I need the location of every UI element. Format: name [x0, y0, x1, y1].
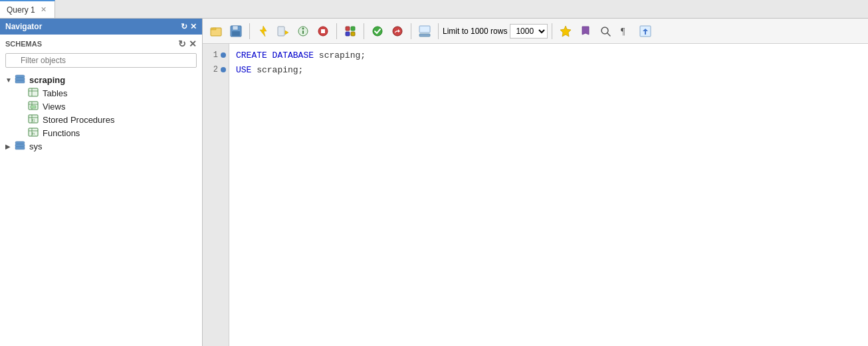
reconnect-btn[interactable] [341, 22, 360, 41]
tab-bar: Query 1 ✕ [0, 0, 868, 19]
svg-line-43 [607, 33, 610, 36]
navigator-refresh-icon[interactable]: ↻ [181, 22, 187, 31]
query1-tab-label: Query 1 [7, 5, 35, 15]
scraping-toggle: ▼ [5, 76, 15, 84]
svg-rect-35 [346, 32, 350, 36]
navigator-header-icons: ↻ ✕ [181, 22, 197, 31]
functions-icon: fn [28, 128, 40, 138]
svg-marker-41 [560, 26, 571, 37]
schemas-collapse-icon[interactable]: ✕ [189, 39, 197, 49]
find-replace-btn[interactable] [596, 22, 615, 41]
tree-item-tables[interactable]: Tables [0, 86, 202, 100]
execute-btn[interactable] [254, 22, 272, 41]
line-number-2: 2 [203, 62, 229, 77]
sys-db-icon [15, 141, 27, 151]
svg-text:f(): f() [32, 118, 35, 122]
execute-selection-btn[interactable] [274, 22, 292, 41]
navigator-configure-icon[interactable]: ✕ [190, 22, 197, 31]
code-kw-use: USE [236, 65, 251, 75]
functions-label: Functions [43, 128, 80, 138]
sep1 [249, 23, 250, 39]
limit-select-input[interactable]: 1000 500 200 100 [510, 24, 548, 39]
sep4 [411, 23, 411, 39]
tree-item-views[interactable]: Views [0, 100, 202, 113]
tables-label: Tables [43, 88, 68, 98]
code-plain-1: scraping; [314, 50, 366, 60]
svg-rect-19 [15, 144, 25, 147]
code-line-2: USE scraping; [236, 62, 861, 77]
svg-rect-24 [232, 31, 240, 36]
sep5 [438, 23, 439, 39]
explain-btn[interactable] [294, 22, 312, 41]
sys-toggle: ▶ [5, 143, 15, 150]
svg-rect-23 [233, 26, 238, 30]
stop-btn[interactable] [314, 22, 332, 41]
sys-label: sys [29, 141, 43, 151]
scraping-label: scraping [29, 75, 65, 85]
svg-rect-20 [15, 147, 25, 149]
line-dot-1 [221, 52, 226, 58]
line-numbers: 1 2 [203, 44, 229, 346]
filter-box: 🔍 [0, 50, 202, 70]
svg-rect-30 [302, 31, 304, 34]
editor-area: 1 2 CREATE DATABASE scraping; USE scrapi… [203, 44, 868, 346]
schemas-action-icons: ↻ ✕ [178, 39, 197, 49]
svg-rect-9 [31, 106, 36, 108]
svg-rect-32 [321, 29, 325, 33]
svg-rect-39 [419, 26, 430, 33]
toolbar: Limit to 1000 rows 1000 500 200 100 [203, 19, 868, 44]
line-num-text-2: 2 [213, 65, 218, 74]
schema-tree: ▼ scraping [0, 70, 202, 346]
save-btn[interactable] [227, 22, 245, 41]
svg-rect-0 [15, 75, 25, 78]
tree-item-sys[interactable]: ▶ sys [0, 139, 202, 153]
stored-procedures-icon: f() [28, 114, 40, 125]
toggle-output-btn[interactable] [415, 22, 434, 41]
svg-rect-33 [346, 27, 350, 31]
code-kw-create: CREATE DATABASE [236, 50, 314, 60]
rollback-btn[interactable] [388, 22, 407, 41]
svg-rect-3 [29, 88, 38, 96]
svg-rect-26 [278, 27, 284, 36]
navigator-header: Navigator ↻ ✕ [0, 19, 202, 35]
scraping-db-icon [15, 74, 27, 85]
tree-item-functions[interactable]: fn Functions [0, 126, 202, 139]
line-num-text-1: 1 [213, 50, 218, 60]
query1-tab-close[interactable]: ✕ [39, 5, 48, 14]
code-line-1: CREATE DATABASE scraping; [236, 48, 861, 62]
sep3 [364, 23, 364, 39]
editor-panel: Limit to 1000 rows 1000 500 200 100 [203, 19, 868, 346]
commit-btn[interactable] [368, 22, 387, 41]
open-folder-btn[interactable] [207, 22, 225, 41]
line-number-1: 1 [203, 48, 229, 62]
svg-marker-25 [260, 26, 267, 37]
code-plain-2: scraping; [251, 65, 303, 75]
filter-wrapper: 🔍 [5, 53, 197, 68]
schemas-refresh-icon[interactable]: ↻ [178, 39, 186, 49]
bookmark-btn[interactable] [556, 22, 575, 41]
sep6 [552, 23, 552, 39]
output-btn[interactable] [636, 22, 655, 41]
views-icon [28, 101, 40, 112]
tree-item-scraping[interactable]: ▼ scraping [0, 73, 202, 86]
svg-rect-40 [419, 34, 430, 37]
sep2 [336, 23, 337, 39]
limit-selector: Limit to 1000 rows 1000 500 200 100 [443, 24, 548, 39]
svg-marker-27 [285, 31, 288, 35]
editor-content[interactable]: CREATE DATABASE scraping; USE scraping; [229, 44, 868, 346]
svg-rect-36 [351, 32, 355, 36]
navigator-sidebar: Navigator ↻ ✕ SCHEMAS ↻ ✕ 🔍 ▼ [0, 19, 203, 346]
svg-text:¶: ¶ [621, 27, 625, 37]
views-label: Views [43, 102, 65, 112]
schemas-label-text: SCHEMAS [5, 40, 42, 48]
query1-tab[interactable]: Query 1 ✕ [0, 0, 55, 18]
line-dot-2 [221, 67, 226, 72]
svg-text:fn: fn [32, 131, 35, 135]
svg-rect-18 [15, 141, 25, 144]
snippets-btn[interactable] [576, 22, 595, 41]
filter-input[interactable] [5, 53, 197, 68]
svg-rect-2 [15, 80, 25, 83]
format-btn[interactable]: ¶ [616, 22, 635, 41]
main-content: Navigator ↻ ✕ SCHEMAS ↻ ✕ 🔍 ▼ [0, 19, 868, 346]
tree-item-stored-procedures[interactable]: f() Stored Procedures [0, 113, 202, 126]
